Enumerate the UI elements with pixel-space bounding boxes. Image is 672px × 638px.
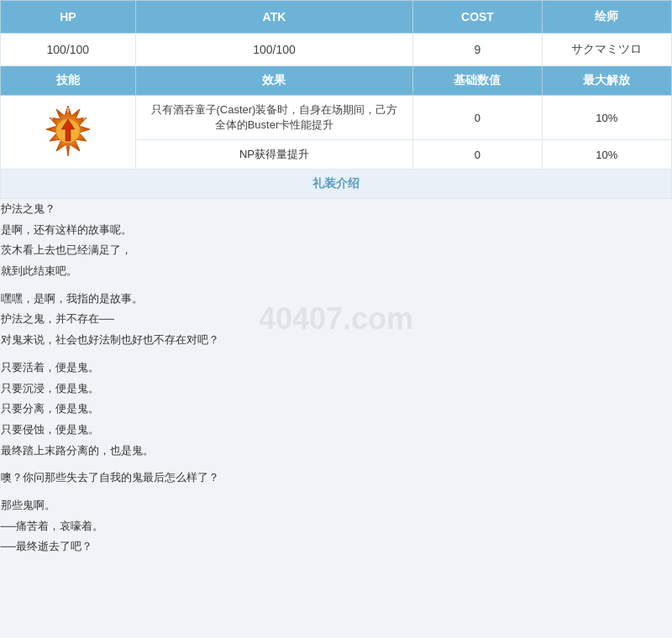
skill-row: 只有酒吞童子(Caster)装备时，自身在场期间，己方 全体的Buster卡性能…: [1, 96, 672, 140]
skills-header-row: 技能 效果 基础数值 最大解放: [1, 66, 672, 96]
skill-col-header: 技能: [1, 66, 136, 96]
cost-header: COST: [413, 1, 542, 34]
svg-line-5: [85, 133, 90, 134]
effect-col-header: 效果: [135, 66, 413, 96]
artist-header: 绘师: [542, 1, 671, 34]
stats-header-row: HP ATK COST 绘师: [1, 1, 672, 34]
skill-effect-2: NP获得量提升: [135, 140, 413, 170]
hp-value: 100/100: [1, 34, 136, 66]
intro-header: 礼装介绍: [1, 170, 672, 199]
intro-text-cell: 40407.com 护法之鬼？是啊，还有这样的故事呢。茨木看上去也已经满足了，就…: [1, 199, 672, 558]
skill-effect-1: 只有酒吞童子(Caster)装备时，自身在场期间，己方 全体的Buster卡性能…: [135, 96, 413, 140]
atk-value: 100/100: [135, 34, 413, 66]
skill-icon-cell: [1, 96, 136, 170]
skill-effect-text-1: 只有酒吞童子(Caster)装备时，自身在场期间，己方 全体的Buster卡性能…: [151, 103, 398, 131]
intro-header-row: 礼装介绍: [1, 170, 672, 199]
base-value-col-header: 基础数值: [413, 66, 542, 96]
intro-text-content: 护法之鬼？是啊，还有这样的故事呢。茨木看上去也已经满足了，就到此结束吧。 嘿嘿，…: [1, 199, 672, 557]
skill-max-release-2: 10%: [542, 140, 671, 170]
skill-base-value-2: 0: [413, 140, 542, 170]
svg-line-7: [46, 133, 51, 134]
atk-header: ATK: [135, 1, 413, 34]
intro-text-row: 40407.com 护法之鬼？是啊，还有这样的故事呢。茨木看上去也已经满足了，就…: [1, 199, 672, 558]
skill-max-release-1: 10%: [542, 96, 671, 140]
hp-header: HP: [1, 1, 136, 34]
stats-data-row: 100/100 100/100 9 サクマミツロ: [1, 34, 672, 66]
artist-value: サクマミツロ: [542, 34, 671, 66]
skill-base-value-1: 0: [413, 96, 542, 140]
max-release-col-header: 最大解放: [542, 66, 671, 96]
cost-value: 9: [413, 34, 542, 66]
skill-icon: [41, 104, 95, 158]
